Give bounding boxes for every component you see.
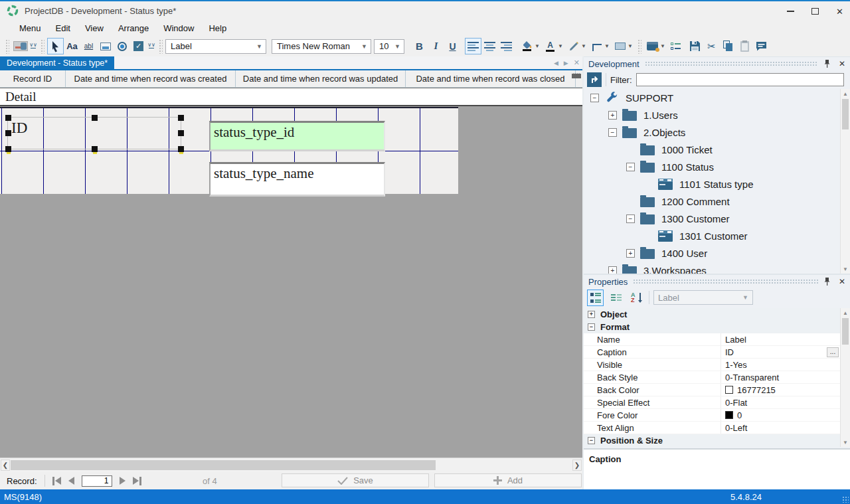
- column-header-date-and-time-when-record-was-created[interactable]: Date and time when record was created: [66, 70, 236, 87]
- align-center-button[interactable]: [481, 38, 498, 54]
- tree-item-3-workspaces[interactable]: +3.Workspaces: [584, 262, 840, 274]
- cut-button[interactable]: ✂: [703, 38, 720, 54]
- fill-color-button[interactable]: ▼: [519, 38, 535, 54]
- sort-alphabetical-button[interactable]: AZ: [628, 290, 645, 306]
- font-size-combo[interactable]: 10▼: [374, 39, 404, 54]
- object-selector-combo[interactable]: Label▼: [653, 290, 753, 305]
- previous-record-button[interactable]: [68, 477, 74, 485]
- selection-handle[interactable]: [92, 146, 98, 152]
- scrollbar-thumb[interactable]: [11, 460, 436, 470]
- save-record-button[interactable]: Save: [282, 473, 429, 487]
- filter-input[interactable]: [636, 73, 845, 86]
- selection-rectangle[interactable]: [8, 118, 181, 149]
- resize-grip[interactable]: [842, 496, 849, 503]
- save-button[interactable]: [687, 38, 703, 54]
- label-tool-button[interactable]: Aa: [64, 38, 80, 54]
- italic-button[interactable]: I: [428, 38, 444, 54]
- selected-label-id[interactable]: ID: [11, 120, 27, 137]
- pin-icon[interactable]: [823, 59, 831, 68]
- minimize-button[interactable]: [787, 11, 794, 12]
- menu-view[interactable]: View: [78, 21, 111, 35]
- option-tool-button[interactable]: [114, 38, 130, 54]
- tree-item-1400-user[interactable]: +1400 User: [584, 244, 840, 262]
- form-options-button[interactable]: ▼: [644, 38, 661, 54]
- property-value[interactable]: 1-Yes: [721, 359, 840, 371]
- align-right-button[interactable]: [498, 38, 515, 54]
- design-canvas[interactable]: status_type_id status_type_name ID: [0, 106, 582, 458]
- tree-item-1-users[interactable]: +1.Users: [584, 106, 840, 124]
- tree-expander-icon[interactable]: +: [608, 111, 617, 120]
- font-color-button[interactable]: A ▼: [542, 38, 558, 54]
- current-record-input[interactable]: [82, 475, 112, 487]
- selection-handle[interactable]: [5, 146, 11, 152]
- tree-item-1300-customer[interactable]: −1300 Customer: [584, 210, 840, 227]
- property-row-back-style[interactable]: Back Style0-Transparent: [584, 371, 840, 384]
- menu-arrange[interactable]: Arrange: [111, 21, 156, 35]
- property-row-name[interactable]: NameLabel: [584, 333, 840, 346]
- tree-expander-icon[interactable]: +: [626, 249, 635, 258]
- field-status-type-name[interactable]: status_type_name: [209, 162, 385, 197]
- locate-object-button[interactable]: [587, 72, 602, 87]
- scroll-up-arrow[interactable]: ▲: [841, 89, 850, 98]
- field-list-button[interactable]: [667, 38, 684, 54]
- control-style-button[interactable]: ▼: [612, 38, 628, 54]
- tree-item-1100-status[interactable]: −1100 Status: [584, 158, 840, 175]
- tree-expander-icon[interactable]: −: [626, 214, 635, 223]
- select-tool-button[interactable]: [47, 38, 64, 54]
- property-section-format[interactable]: −Format: [584, 321, 840, 333]
- property-row-text-align[interactable]: Text Align0-Left: [584, 422, 840, 434]
- panel-drag-texture[interactable]: [633, 279, 818, 284]
- tab-close-icon[interactable]: ✕: [574, 58, 580, 67]
- tree-item-2-objects[interactable]: −2.Objects: [584, 124, 840, 141]
- column-header-date-and-time-when-record-was-closed[interactable]: Date and time when record was closed: [406, 70, 576, 87]
- property-value[interactable]: ID: [721, 346, 840, 358]
- tree-item-1301-customer[interactable]: 1301 Customer: [584, 227, 840, 244]
- tree-expander-icon[interactable]: −: [608, 128, 617, 137]
- scrollbar-thumb[interactable]: [842, 318, 849, 345]
- pin-icon[interactable]: [823, 277, 831, 286]
- menu-help[interactable]: Help: [201, 21, 234, 35]
- property-row-caption[interactable]: CaptionID...: [584, 346, 840, 359]
- toolbar-overflow-icon[interactable]: ∨∨: [29, 44, 38, 48]
- tree-item-1000-ticket[interactable]: 1000 Ticket: [584, 141, 840, 158]
- property-value[interactable]: 0: [721, 409, 840, 421]
- tree-item-1101-status-type[interactable]: 1101 Status type: [584, 175, 840, 193]
- scrollbar-thumb[interactable]: [842, 99, 849, 129]
- bold-button[interactable]: B: [411, 38, 428, 54]
- scroll-up-arrow[interactable]: ▲: [841, 308, 850, 317]
- menu-menu[interactable]: Menu: [12, 21, 48, 35]
- property-row-back-color[interactable]: Back Color16777215: [584, 384, 840, 396]
- form-grid[interactable]: status_type_id status_type_name ID: [0, 107, 458, 194]
- column-header-record-id[interactable]: Record ID: [0, 70, 66, 87]
- property-section-object[interactable]: +Object: [584, 308, 840, 321]
- scroll-left-arrow[interactable]: ❮: [1, 460, 10, 471]
- panel-drag-texture[interactable]: [645, 61, 818, 66]
- toolbar-grip[interactable]: [41, 39, 44, 54]
- property-value[interactable]: 0-Left: [721, 422, 840, 434]
- field-status-type-id[interactable]: status_type_id: [209, 121, 385, 151]
- copy-button[interactable]: [720, 38, 736, 54]
- last-record-button[interactable]: [133, 477, 141, 485]
- close-button[interactable]: ✕: [836, 7, 843, 16]
- property-value[interactable]: 16777215: [721, 384, 840, 396]
- next-record-button[interactable]: [120, 477, 126, 485]
- scroll-down-arrow[interactable]: ▼: [841, 264, 850, 274]
- tree-item-1200-comment[interactable]: 1200 Comment: [584, 193, 840, 210]
- tree-item-support[interactable]: −SUPPORT: [584, 89, 840, 106]
- property-value[interactable]: Label: [721, 333, 840, 345]
- selection-handle[interactable]: [5, 130, 11, 136]
- tree-expander-icon[interactable]: −: [626, 163, 635, 171]
- font-name-combo[interactable]: Times New Roman▼: [272, 39, 371, 54]
- tree-expander-icon[interactable]: +: [608, 266, 617, 274]
- selection-handle[interactable]: [178, 115, 184, 121]
- section-expander-icon[interactable]: −: [588, 437, 595, 444]
- list-view-button[interactable]: [608, 290, 624, 306]
- property-row-special-effect[interactable]: Special Effect0-Flat: [584, 396, 840, 409]
- menu-window[interactable]: Window: [156, 21, 201, 35]
- toolbar-grip[interactable]: [5, 39, 9, 54]
- tree-scrollbar[interactable]: ▲ ▼: [840, 89, 850, 274]
- property-value[interactable]: 0-Transparent: [721, 371, 840, 383]
- underline-button[interactable]: U: [444, 38, 461, 54]
- property-row-visible[interactable]: Visible1-Yes: [584, 359, 840, 371]
- ellipsis-button[interactable]: ...: [827, 347, 839, 357]
